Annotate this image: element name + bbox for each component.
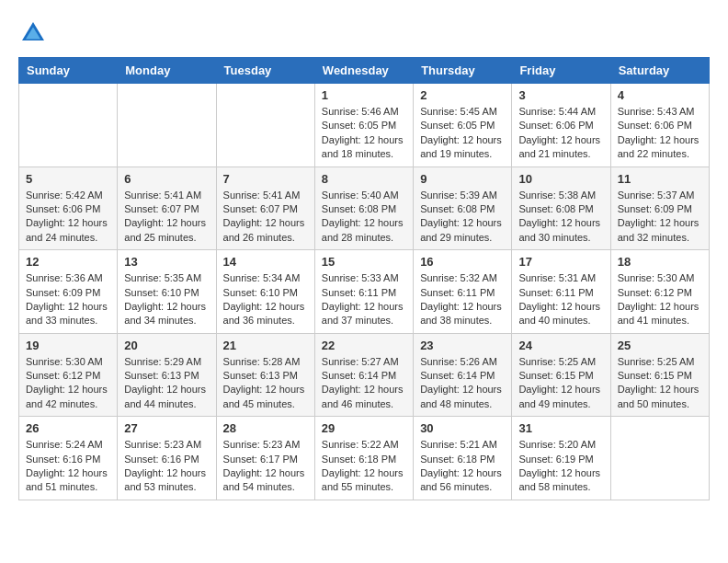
calendar-cell: 5Sunrise: 5:42 AM Sunset: 6:06 PM Daylig…: [19, 167, 118, 250]
day-number: 18: [618, 255, 702, 269]
col-header-wednesday: Wednesday: [314, 58, 413, 84]
day-info: Sunrise: 5:34 AM Sunset: 6:10 PM Dayligh…: [223, 271, 308, 328]
calendar-cell: 8Sunrise: 5:40 AM Sunset: 6:08 PM Daylig…: [314, 167, 413, 250]
calendar-cell: [19, 84, 118, 167]
day-number: 12: [26, 255, 110, 269]
day-info: Sunrise: 5:28 AM Sunset: 6:13 PM Dayligh…: [223, 355, 308, 412]
calendar-table: SundayMondayTuesdayWednesdayThursdayFrid…: [18, 57, 710, 500]
calendar-cell: 15Sunrise: 5:33 AM Sunset: 6:11 PM Dayli…: [314, 250, 413, 334]
calendar-cell: 4Sunrise: 5:43 AM Sunset: 6:06 PM Daylig…: [610, 84, 709, 167]
calendar-cell: 22Sunrise: 5:27 AM Sunset: 6:14 PM Dayli…: [314, 333, 413, 417]
col-header-saturday: Saturday: [610, 58, 709, 84]
day-info: Sunrise: 5:24 AM Sunset: 6:16 PM Dayligh…: [26, 438, 110, 495]
day-info: Sunrise: 5:43 AM Sunset: 6:06 PM Dayligh…: [618, 105, 702, 162]
day-number: 21: [223, 339, 308, 352]
day-info: Sunrise: 5:36 AM Sunset: 6:09 PM Dayligh…: [26, 271, 110, 328]
day-info: Sunrise: 5:41 AM Sunset: 6:07 PM Dayligh…: [124, 189, 209, 246]
calendar-week-row: 1Sunrise: 5:46 AM Sunset: 6:05 PM Daylig…: [19, 84, 710, 167]
calendar-cell: [610, 417, 709, 500]
day-number: 24: [518, 339, 603, 352]
day-info: Sunrise: 5:25 AM Sunset: 6:15 PM Dayligh…: [618, 355, 702, 412]
day-number: 31: [518, 421, 603, 435]
day-info: Sunrise: 5:26 AM Sunset: 6:14 PM Dayligh…: [420, 355, 505, 412]
day-number: 6: [124, 172, 209, 186]
calendar-cell: 14Sunrise: 5:34 AM Sunset: 6:10 PM Dayli…: [216, 250, 314, 334]
day-info: Sunrise: 5:30 AM Sunset: 6:12 PM Dayligh…: [26, 355, 110, 412]
day-info: Sunrise: 5:38 AM Sunset: 6:08 PM Dayligh…: [518, 189, 603, 246]
day-info: Sunrise: 5:31 AM Sunset: 6:11 PM Dayligh…: [518, 271, 603, 328]
calendar-cell: 9Sunrise: 5:39 AM Sunset: 6:08 PM Daylig…: [414, 167, 512, 250]
calendar-cell: 1Sunrise: 5:46 AM Sunset: 6:05 PM Daylig…: [314, 84, 413, 167]
day-info: Sunrise: 5:33 AM Sunset: 6:11 PM Dayligh…: [322, 271, 406, 328]
day-info: Sunrise: 5:29 AM Sunset: 6:13 PM Dayligh…: [124, 355, 209, 412]
day-number: 20: [124, 339, 209, 352]
day-info: Sunrise: 5:41 AM Sunset: 6:07 PM Dayligh…: [223, 189, 308, 246]
day-number: 2: [420, 88, 505, 102]
day-number: 19: [26, 339, 110, 352]
day-info: Sunrise: 5:42 AM Sunset: 6:06 PM Dayligh…: [26, 189, 110, 246]
calendar-cell: [118, 84, 216, 167]
day-info: Sunrise: 5:44 AM Sunset: 6:06 PM Dayligh…: [518, 105, 603, 162]
day-info: Sunrise: 5:20 AM Sunset: 6:19 PM Dayligh…: [518, 438, 603, 495]
calendar-cell: 29Sunrise: 5:22 AM Sunset: 6:18 PM Dayli…: [314, 417, 413, 500]
calendar-cell: 3Sunrise: 5:44 AM Sunset: 6:06 PM Daylig…: [512, 84, 610, 167]
col-header-sunday: Sunday: [19, 58, 118, 84]
day-number: 28: [223, 421, 308, 435]
calendar-week-row: 19Sunrise: 5:30 AM Sunset: 6:12 PM Dayli…: [19, 333, 710, 417]
calendar-cell: 7Sunrise: 5:41 AM Sunset: 6:07 PM Daylig…: [216, 167, 314, 250]
calendar-week-row: 12Sunrise: 5:36 AM Sunset: 6:09 PM Dayli…: [19, 250, 710, 334]
day-number: 16: [420, 255, 505, 269]
day-number: 17: [518, 255, 603, 269]
calendar-cell: 25Sunrise: 5:25 AM Sunset: 6:15 PM Dayli…: [610, 333, 709, 417]
day-number: 27: [124, 421, 209, 435]
day-number: 7: [223, 172, 308, 186]
day-number: 23: [420, 339, 505, 352]
calendar-cell: 11Sunrise: 5:37 AM Sunset: 6:09 PM Dayli…: [610, 167, 709, 250]
calendar-week-row: 26Sunrise: 5:24 AM Sunset: 6:16 PM Dayli…: [19, 417, 710, 500]
calendar-week-row: 5Sunrise: 5:42 AM Sunset: 6:06 PM Daylig…: [19, 167, 710, 250]
day-info: Sunrise: 5:23 AM Sunset: 6:17 PM Dayligh…: [223, 438, 308, 495]
calendar-cell: 24Sunrise: 5:25 AM Sunset: 6:15 PM Dayli…: [512, 333, 610, 417]
day-info: Sunrise: 5:39 AM Sunset: 6:08 PM Dayligh…: [420, 189, 505, 246]
day-number: 15: [322, 255, 406, 269]
day-info: Sunrise: 5:32 AM Sunset: 6:11 PM Dayligh…: [420, 271, 505, 328]
day-info: Sunrise: 5:25 AM Sunset: 6:15 PM Dayligh…: [518, 355, 603, 412]
calendar-cell: 16Sunrise: 5:32 AM Sunset: 6:11 PM Dayli…: [414, 250, 512, 334]
calendar-cell: 13Sunrise: 5:35 AM Sunset: 6:10 PM Dayli…: [118, 250, 216, 334]
day-number: 26: [26, 421, 110, 435]
col-header-thursday: Thursday: [414, 58, 512, 84]
day-number: 4: [618, 88, 702, 102]
day-number: 10: [518, 172, 603, 186]
day-number: 11: [618, 172, 702, 186]
page-header: [18, 18, 710, 48]
calendar-cell: 19Sunrise: 5:30 AM Sunset: 6:12 PM Dayli…: [19, 333, 118, 417]
day-info: Sunrise: 5:23 AM Sunset: 6:16 PM Dayligh…: [124, 438, 209, 495]
day-number: 29: [322, 421, 406, 435]
day-info: Sunrise: 5:46 AM Sunset: 6:05 PM Dayligh…: [322, 105, 406, 162]
calendar-cell: 10Sunrise: 5:38 AM Sunset: 6:08 PM Dayli…: [512, 167, 610, 250]
calendar-cell: 21Sunrise: 5:28 AM Sunset: 6:13 PM Dayli…: [216, 333, 314, 417]
col-header-friday: Friday: [512, 58, 610, 84]
day-info: Sunrise: 5:45 AM Sunset: 6:05 PM Dayligh…: [420, 105, 505, 162]
day-number: 13: [124, 255, 209, 269]
day-number: 3: [518, 88, 603, 102]
day-number: 5: [26, 172, 110, 186]
calendar-cell: 30Sunrise: 5:21 AM Sunset: 6:18 PM Dayli…: [414, 417, 512, 500]
calendar-cell: 12Sunrise: 5:36 AM Sunset: 6:09 PM Dayli…: [19, 250, 118, 334]
calendar-cell: 23Sunrise: 5:26 AM Sunset: 6:14 PM Dayli…: [414, 333, 512, 417]
col-header-monday: Monday: [118, 58, 216, 84]
calendar-cell: 31Sunrise: 5:20 AM Sunset: 6:19 PM Dayli…: [512, 417, 610, 500]
calendar-cell: 28Sunrise: 5:23 AM Sunset: 6:17 PM Dayli…: [216, 417, 314, 500]
logo-icon: [18, 18, 48, 48]
day-info: Sunrise: 5:35 AM Sunset: 6:10 PM Dayligh…: [124, 271, 209, 328]
day-info: Sunrise: 5:21 AM Sunset: 6:18 PM Dayligh…: [420, 438, 505, 495]
day-number: 25: [618, 339, 702, 352]
day-info: Sunrise: 5:22 AM Sunset: 6:18 PM Dayligh…: [322, 438, 406, 495]
day-info: Sunrise: 5:30 AM Sunset: 6:12 PM Dayligh…: [618, 271, 702, 328]
calendar-cell: 27Sunrise: 5:23 AM Sunset: 6:16 PM Dayli…: [118, 417, 216, 500]
day-number: 1: [322, 88, 406, 102]
day-info: Sunrise: 5:27 AM Sunset: 6:14 PM Dayligh…: [322, 355, 406, 412]
calendar-cell: 18Sunrise: 5:30 AM Sunset: 6:12 PM Dayli…: [610, 250, 709, 334]
calendar-cell: [216, 84, 314, 167]
calendar-cell: 2Sunrise: 5:45 AM Sunset: 6:05 PM Daylig…: [414, 84, 512, 167]
